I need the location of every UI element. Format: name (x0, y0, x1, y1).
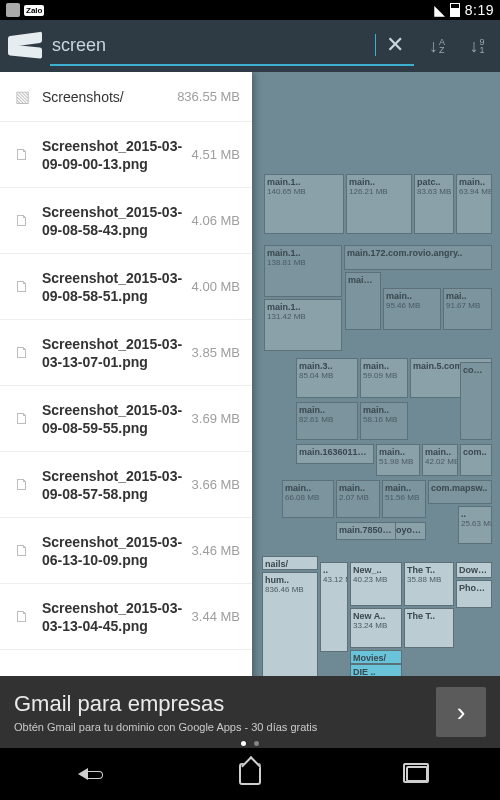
nav-home-button[interactable] (235, 759, 265, 789)
arrow-down-icon: ↓ (469, 37, 478, 55)
app-logo-icon[interactable] (6, 32, 44, 60)
file-row[interactable]: 🗋Screenshot_2015-03-09-08-59-55.png3.69 … (0, 386, 252, 452)
main-stage: main.1..140.65 MBmain..126.21 MBpatc..83… (0, 72, 500, 738)
treemap-block[interactable]: main.1500207086.. (345, 272, 381, 330)
treemap-block[interactable]: ..25.63 MB (458, 506, 492, 544)
treemap-block[interactable]: com.mapsw.. (428, 480, 492, 504)
nav-back-button[interactable] (68, 759, 98, 789)
treemap-block[interactable]: main.1636011031.. (296, 444, 374, 464)
treemap-block[interactable]: main.1..138.81 MB (264, 245, 342, 297)
sort-alpha-button[interactable]: ↓ AZ (420, 29, 454, 63)
treemap-block[interactable]: main..2.07 MB (336, 480, 380, 518)
file-row[interactable]: 🗋Screenshot_2015-03-03-13-04-45.png3.44 … (0, 584, 252, 650)
treemap-block[interactable]: main.1..131.42 MB (264, 299, 342, 351)
file-row[interactable]: 🗋Screenshot_2015-03-03-13-07-01.png3.85 … (0, 320, 252, 386)
folder-row[interactable]: ▧ Screenshots/ 836.55 MB (0, 72, 252, 122)
file-name: Screenshot_2015-03-09-08-57-58.png (42, 467, 192, 503)
file-icon: 🗋 (12, 542, 32, 560)
ad-title: Gmail para empresas (14, 691, 426, 717)
treemap-block[interactable]: main..63.94 MB (456, 174, 492, 234)
file-icon: 🗋 (12, 608, 32, 626)
treemap-block[interactable]: main.172.com.rovio.angry.. (344, 245, 492, 270)
folder-icon: ▧ (12, 87, 32, 106)
treemap-block[interactable]: main..126.21 MB (346, 174, 412, 234)
file-row[interactable]: 🗋Screenshot_2015-03-09-08-57-58.png3.66 … (0, 452, 252, 518)
wifi-icon (434, 2, 445, 18)
treemap-block[interactable]: Movies/ (350, 650, 402, 664)
treemap-block[interactable]: main..59.09 MB (360, 358, 408, 398)
search-input[interactable] (50, 31, 377, 60)
file-row[interactable]: 🗋Screenshot_2015-03-09-08-58-51.png4.00 … (0, 254, 252, 320)
treemap-block[interactable]: main.78500.c.. (336, 522, 396, 540)
treemap-block[interactable]: New_..40.23 MB (350, 562, 402, 606)
file-name: Screenshot_2015-03-09-08-58-43.png (42, 203, 192, 239)
file-name: Screenshot_2015-03-03-13-07-01.png (42, 335, 192, 371)
treemap-block[interactable]: main..51.98 MB (376, 444, 420, 476)
app-bar: ✕ ↓ AZ ↓ 91 (0, 20, 500, 72)
file-icon: 🗋 (12, 410, 32, 428)
treemap-block[interactable]: nails/ (262, 556, 318, 570)
dot-active (241, 741, 246, 746)
treemap-block[interactable]: mai..91.67 MB (443, 288, 492, 330)
file-name: Screenshot_2015-03-09-09-00-13.png (42, 137, 192, 173)
folder-size: 836.55 MB (177, 89, 240, 104)
file-size: 4.00 MB (192, 279, 240, 294)
file-icon: 🗋 (12, 476, 32, 494)
search-results-panel: ▧ Screenshots/ 836.55 MB 🗋Screenshot_201… (0, 72, 252, 738)
treemap-block[interactable]: main..51.56 MB (382, 480, 426, 518)
treemap-block[interactable]: com.swift.. (460, 362, 492, 440)
ad-banner[interactable]: Gmail para empresas Obtén Gmail para tu … (0, 676, 500, 748)
treemap-block[interactable]: com.. (460, 444, 492, 476)
file-name: Screenshot_2015-03-06-13-10-09.png (42, 533, 192, 569)
treemap-block[interactable]: main..66.08 MB (282, 480, 334, 518)
file-size: 4.51 MB (192, 147, 240, 162)
file-name: Screenshot_2015-03-09-08-59-55.png (42, 401, 192, 437)
chevron-right-icon: › (457, 697, 466, 728)
ad-forward-button[interactable]: › (436, 687, 486, 737)
treemap-block[interactable]: main..58.16 MB (360, 402, 408, 440)
treemap-block[interactable]: main..95.46 MB (383, 288, 441, 330)
arrow-down-icon: ↓ (429, 37, 438, 55)
treemap-block[interactable]: New A..33.24 MB (350, 608, 402, 648)
treemap-block[interactable]: ..43.12 MB (320, 562, 348, 652)
treemap-block[interactable]: Phoenix Wright.. (456, 580, 492, 608)
file-icon: 🗋 (12, 146, 32, 164)
folder-name: Screenshots/ (42, 88, 177, 106)
file-size: 3.44 MB (192, 609, 240, 624)
treemap-block[interactable]: main..82.61 MB (296, 402, 358, 440)
file-icon: 🗋 (12, 278, 32, 296)
treemap-block[interactable]: Download/ (456, 562, 492, 578)
ad-text: Gmail para empresas Obtén Gmail para tu … (14, 691, 426, 733)
file-size: 3.46 MB (192, 543, 240, 558)
search-field-wrap: ✕ (50, 26, 414, 66)
treemap-block[interactable]: main.1..140.65 MB (264, 174, 344, 234)
file-icon: 🗋 (12, 344, 32, 362)
treemap-block[interactable]: patc..83.63 MB (414, 174, 454, 234)
file-row[interactable]: 🗋Screenshot_2015-03-09-09-00-13.png4.51 … (0, 122, 252, 188)
file-size: 4.06 MB (192, 213, 240, 228)
file-name: Screenshot_2015-03-03-13-04-45.png (42, 599, 192, 635)
status-bar: Zalo 8:19 (0, 0, 500, 20)
file-size: 3.85 MB (192, 345, 240, 360)
treemap-block[interactable]: The T..35.88 MB (404, 562, 454, 606)
nav-recent-button[interactable] (402, 759, 432, 789)
file-row[interactable]: 🗋Screenshot_2015-03-06-13-10-09.png3.46 … (0, 518, 252, 584)
system-nav-bar (0, 748, 500, 800)
clear-search-icon[interactable]: ✕ (376, 32, 414, 58)
file-size: 3.66 MB (192, 477, 240, 492)
zalo-badge: Zalo (24, 5, 44, 16)
treemap-block[interactable]: The T.. (404, 608, 454, 648)
treemap-block[interactable]: hum..836.46 MB (262, 572, 318, 692)
file-name: Screenshot_2015-03-09-08-58-51.png (42, 269, 192, 305)
battery-icon (450, 3, 460, 17)
dot-inactive (254, 741, 259, 746)
treemap-block[interactable]: main.3..85.04 MB (296, 358, 358, 398)
treemap-block[interactable]: main..42.02 MB (422, 444, 458, 476)
file-size: 3.69 MB (192, 411, 240, 426)
file-row[interactable]: 🗋Screenshot_2015-03-09-08-58-43.png4.06 … (0, 188, 252, 254)
status-time: 8:19 (465, 2, 494, 18)
sort-size-button[interactable]: ↓ 91 (460, 29, 494, 63)
file-icon: 🗋 (12, 212, 32, 230)
ad-subtitle: Obtén Gmail para tu dominio con Google A… (14, 721, 426, 733)
page-indicator (241, 741, 259, 746)
